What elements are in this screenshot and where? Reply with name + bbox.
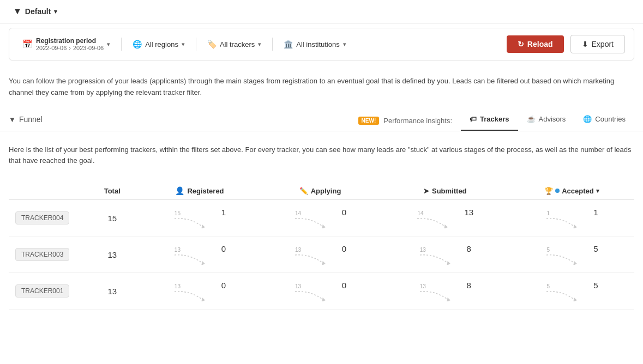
- total-cell: 13: [85, 273, 139, 310]
- tab-funnel[interactable]: ▼ Funnel: [9, 111, 51, 130]
- chevron-down-icon: ▾: [182, 41, 185, 48]
- tab-countries[interactable]: 🌐 Countries: [574, 111, 634, 131]
- chevron-down-icon: ▾: [107, 41, 110, 48]
- svg-marker-11: [574, 298, 578, 301]
- tab-advisors[interactable]: ☕ Advisors: [518, 111, 575, 131]
- total-cell: 13: [85, 236, 139, 273]
- svg-marker-0: [201, 225, 205, 228]
- reload-icon: ↻: [518, 40, 524, 48]
- table-row: TRACKER001 13 13 0 13 0: [9, 273, 634, 310]
- filter-label: Default: [25, 7, 51, 16]
- col-name-header: [9, 182, 85, 200]
- cell-value: 13 8: [381, 236, 509, 273]
- content-description: Here is the list of your best performing…: [9, 144, 634, 167]
- tab-countries-label: Countries: [595, 115, 626, 123]
- svg-marker-3: [574, 225, 578, 228]
- tracker-badge: TRACKER003: [15, 248, 69, 261]
- svg-marker-6: [447, 261, 450, 265]
- total-cell: 15: [85, 200, 139, 236]
- tag-icon: 🏷️: [207, 40, 217, 48]
- all-regions-filter[interactable]: 🌐 All regions ▾: [128, 38, 189, 51]
- globe-icon: 🌐: [133, 40, 142, 48]
- separator: [121, 38, 122, 51]
- filter-button[interactable]: ▼ Default ▾: [9, 4, 62, 19]
- tracker-table: Total 👤 Registered ✏️ Applying: [9, 182, 634, 310]
- globe-icon: 🌐: [583, 115, 592, 123]
- arrow-icon: ➤: [423, 187, 429, 195]
- institution-icon: 🏛️: [284, 40, 293, 48]
- all-regions-label: All regions: [145, 40, 178, 48]
- table-row: TRACKER004 15 15 1 14 0: [9, 200, 634, 236]
- cell-value: 13 8: [381, 273, 509, 310]
- description-text: You can follow the progression of your l…: [9, 76, 634, 99]
- pencil-icon: ✏️: [299, 187, 308, 195]
- tab-trackers-label: Trackers: [480, 115, 509, 123]
- tracker-badge: TRACKER001: [15, 284, 69, 298]
- svg-marker-9: [322, 298, 326, 301]
- tabs-row: ▼ Funnel NEW! Performance insights: 🏷 Tr…: [0, 104, 643, 131]
- cell-value: 13 0: [260, 236, 381, 273]
- cell-value: 5 5: [509, 236, 634, 273]
- funnel-label: Funnel: [19, 115, 43, 124]
- svg-marker-7: [574, 261, 578, 265]
- col-registered-header: 👤 Registered: [139, 182, 260, 200]
- col-accepted-header: 🏆 Accepted ▾: [509, 182, 634, 200]
- tab-trackers[interactable]: 🏷 Trackers: [461, 111, 518, 131]
- svg-marker-5: [322, 261, 326, 265]
- funnel-icon: ▼: [9, 116, 16, 124]
- filter-icon: ▼: [13, 7, 22, 16]
- tag-icon: 🏷: [470, 115, 477, 123]
- svg-marker-2: [444, 225, 448, 228]
- col-applying-header: ✏️ Applying: [260, 182, 381, 200]
- chevron-down-icon: ▾: [343, 41, 346, 48]
- blue-dot: [555, 189, 560, 193]
- cell-value: 14 0: [260, 200, 381, 236]
- all-trackers-filter[interactable]: 🏷️ All trackers ▾: [203, 38, 266, 51]
- cell-value: 5 5: [509, 273, 634, 310]
- cell-value: 14 13: [381, 200, 509, 236]
- export-button[interactable]: ⬇ Export: [570, 35, 625, 53]
- tracker-name-cell: TRACKER004: [9, 200, 85, 236]
- download-icon: ⬇: [582, 40, 588, 48]
- chevron-down-icon[interactable]: ▾: [596, 187, 599, 195]
- reload-label: Reload: [527, 40, 553, 48]
- chevron-down-icon: ▾: [258, 41, 261, 48]
- cell-value: 1 1: [509, 200, 634, 236]
- registration-period-label: Registration period: [36, 37, 104, 45]
- performance-insights-section: NEW! Performance insights: 🏷 Trackers ☕ …: [358, 111, 634, 131]
- all-trackers-label: All trackers: [220, 40, 255, 48]
- cell-value: 13 0: [139, 273, 260, 310]
- tracker-name-cell: TRACKER003: [9, 236, 85, 273]
- person-icon: 👤: [175, 186, 184, 195]
- registration-period-dates: 2022-09-06 › 2023-09-06: [36, 45, 104, 51]
- svg-marker-4: [201, 261, 205, 265]
- col-total-header: Total: [85, 182, 139, 200]
- cell-value: 13 0: [139, 236, 260, 273]
- coffee-icon: ☕: [527, 115, 536, 123]
- calendar-icon: 📅: [22, 39, 33, 49]
- registration-period-filter[interactable]: 📅 Registration period 2022-09-06 › 2023-…: [18, 35, 115, 53]
- export-label: Export: [592, 40, 614, 48]
- tracker-name-cell: TRACKER001: [9, 273, 85, 310]
- performance-label: Performance insights:: [383, 117, 452, 125]
- trophy-icon: 🏆: [544, 187, 553, 195]
- table-row: TRACKER003 13 13 0 13 0: [9, 236, 634, 273]
- reload-button[interactable]: ↻ Reload: [507, 35, 564, 53]
- svg-marker-1: [322, 225, 326, 228]
- new-badge: NEW!: [358, 117, 380, 125]
- cell-value: 13 0: [260, 273, 381, 310]
- all-institutions-label: All institutions: [296, 40, 339, 48]
- svg-marker-10: [447, 298, 450, 301]
- chevron-down-icon: ▾: [54, 8, 57, 15]
- tab-advisors-label: Advisors: [539, 115, 566, 123]
- cell-value: 15 1: [139, 200, 260, 236]
- separator: [196, 38, 196, 51]
- svg-marker-8: [201, 298, 205, 301]
- tracker-badge: TRACKER004: [15, 211, 69, 225]
- all-institutions-filter[interactable]: 🏛️ All institutions ▾: [279, 38, 350, 51]
- col-submitted-header: ➤ Submitted: [381, 182, 509, 200]
- separator: [272, 38, 273, 51]
